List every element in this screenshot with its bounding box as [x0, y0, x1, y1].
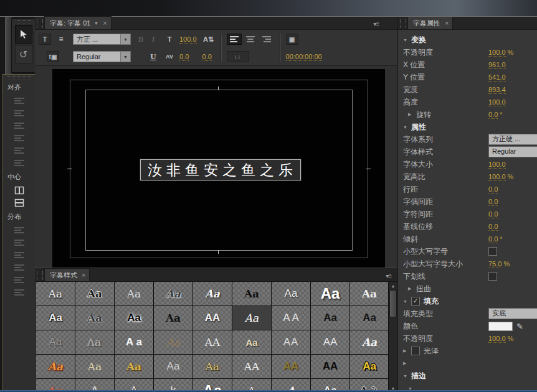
- property-dropdown[interactable]: Regular: [488, 146, 537, 157]
- align-vertical-bottom-icon[interactable]: [11, 158, 27, 168]
- property-value[interactable]: 0.0: [488, 185, 498, 194]
- expand-arrow-icon[interactable]: ▶: [403, 348, 411, 353]
- distribute-horizontal-right-icon[interactable]: [11, 275, 27, 285]
- align-horizontal-right-icon[interactable]: [11, 146, 27, 156]
- close-icon[interactable]: ×: [445, 21, 449, 26]
- templates-icon[interactable]: t▣: [47, 51, 59, 62]
- align-horizontal-center-icon[interactable]: [11, 121, 27, 131]
- font-size-value[interactable]: 100.0: [179, 35, 197, 44]
- align-right-button[interactable]: [259, 34, 274, 45]
- style-swatch[interactable]: Aa: [115, 355, 153, 378]
- leading-value[interactable]: 0.0: [202, 53, 212, 61]
- align-center-button[interactable]: [243, 34, 258, 45]
- style-swatch[interactable]: Aa: [311, 306, 349, 330]
- property-value[interactable]: 100.0: [488, 161, 506, 169]
- rotation-tool-button[interactable]: ↺: [15, 45, 32, 63]
- checkbox[interactable]: [488, 272, 497, 281]
- style-swatch[interactable]: Aa: [154, 282, 192, 306]
- collapse-arrow-icon[interactable]: ▼: [403, 125, 411, 129]
- expand-arrow-icon[interactable]: ▶: [408, 112, 416, 117]
- style-swatch[interactable]: Aa: [311, 282, 349, 306]
- property-value[interactable]: 100.0: [488, 98, 506, 106]
- font-style-select[interactable]: Regular ▼: [73, 51, 131, 62]
- style-swatch[interactable]: AA: [311, 355, 349, 378]
- property-value[interactable]: 893.4: [488, 86, 506, 94]
- font-family-select[interactable]: 方正 ... ▼: [73, 34, 131, 45]
- style-swatch[interactable]: Aa: [75, 330, 114, 354]
- property-value[interactable]: 75.0: [488, 260, 501, 268]
- style-swatch[interactable]: Aa: [350, 282, 388, 306]
- style-swatch[interactable]: A A: [272, 306, 310, 330]
- align-horizontal-left-icon[interactable]: [11, 96, 27, 106]
- eyedropper-icon[interactable]: ✎: [516, 322, 523, 331]
- style-swatch[interactable]: Aa: [193, 282, 232, 306]
- property-value[interactable]: 0.0: [488, 223, 498, 231]
- style-swatch[interactable]: Aa: [350, 330, 388, 354]
- tab-title-properties[interactable]: 字幕属性 ×: [407, 17, 453, 29]
- style-swatch[interactable]: Aa: [232, 306, 271, 330]
- distribute-vertical-top-icon[interactable]: [11, 238, 27, 248]
- roll-crawl-options-icon[interactable]: ≡: [55, 34, 67, 45]
- style-swatch[interactable]: Aa: [115, 282, 153, 306]
- style-swatch[interactable]: Aa: [154, 330, 192, 354]
- style-swatch[interactable]: AA: [193, 330, 232, 354]
- property-value[interactable]: 0.0: [488, 111, 498, 119]
- property-value[interactable]: 100.0: [488, 173, 506, 181]
- tab-title-editor[interactable]: 字幕: 字幕 01 ▼ ×: [44, 16, 112, 29]
- style-swatch[interactable]: Aa: [36, 355, 75, 378]
- center-vertical-icon[interactable]: [11, 198, 27, 208]
- checkbox[interactable]: ✓: [411, 297, 420, 306]
- collapse-arrow-icon[interactable]: ▼: [403, 374, 411, 378]
- style-swatch[interactable]: AA: [272, 355, 310, 378]
- align-left-button[interactable]: [227, 34, 242, 45]
- style-swatch[interactable]: Aa: [154, 306, 192, 330]
- style-swatch[interactable]: Aa: [36, 306, 75, 330]
- style-swatch[interactable]: Aa: [115, 306, 153, 330]
- style-swatch[interactable]: Aa: [75, 355, 114, 378]
- background-video-timecode[interactable]: 00:00:00:00: [286, 53, 322, 61]
- style-swatch[interactable]: Aa: [350, 355, 388, 378]
- style-swatch[interactable]: Aa: [36, 282, 75, 306]
- title-text-object[interactable]: 汝非鱼安之鱼之乐: [140, 159, 301, 180]
- panel-menu-icon[interactable]: ▾≡: [386, 273, 391, 281]
- collapse-arrow-icon[interactable]: ▼: [403, 38, 411, 42]
- property-value[interactable]: 0.0: [488, 198, 498, 206]
- checkbox[interactable]: [488, 247, 497, 256]
- underline-button[interactable]: U: [149, 52, 158, 62]
- scrollbar-thumb[interactable]: [389, 290, 397, 317]
- property-dropdown[interactable]: 方正硬 ...: [488, 134, 537, 145]
- property-value[interactable]: 100.0: [488, 49, 506, 57]
- close-icon[interactable]: ×: [103, 21, 107, 26]
- tab-stops-icon[interactable]: ↓↓: [227, 51, 249, 62]
- property-value[interactable]: 541.0: [488, 73, 506, 82]
- expand-arrow-icon[interactable]: ▶: [403, 361, 411, 366]
- distribute-vertical-bottom-icon[interactable]: [11, 287, 27, 297]
- property-dropdown[interactable]: 实底: [488, 308, 537, 319]
- panel-menu-icon[interactable]: ▾≡: [373, 21, 379, 29]
- title-canvas[interactable]: 汝非鱼安之鱼之乐: [52, 69, 385, 268]
- distribute-vertical-center-icon[interactable]: [11, 263, 27, 273]
- bold-button[interactable]: B: [136, 34, 145, 44]
- style-swatch[interactable]: AA: [272, 330, 310, 354]
- styles-scrollbar[interactable]: ▲ ▼: [388, 282, 397, 392]
- style-swatch[interactable]: Aa: [232, 330, 271, 354]
- style-swatch[interactable]: Aa: [232, 282, 271, 306]
- style-swatch[interactable]: Aa: [272, 282, 310, 306]
- style-swatch[interactable]: AA: [311, 330, 349, 354]
- scroll-up-icon[interactable]: ▲: [391, 282, 396, 290]
- kerning-value[interactable]: 0.0: [179, 53, 189, 61]
- show-background-video-icon[interactable]: ▣: [286, 34, 298, 45]
- expand-arrow-icon[interactable]: ▶: [408, 286, 416, 291]
- align-vertical-center-icon[interactable]: [11, 133, 27, 143]
- style-swatch[interactable]: Aa: [350, 306, 388, 330]
- style-swatch[interactable]: AA: [232, 355, 271, 378]
- distribute-horizontal-left-icon[interactable]: [11, 225, 27, 235]
- close-icon[interactable]: ×: [82, 273, 85, 278]
- center-horizontal-icon[interactable]: [11, 185, 27, 195]
- style-swatch[interactable]: Aa: [75, 282, 114, 306]
- property-value[interactable]: 0.0: [488, 235, 498, 243]
- tab-title-styles[interactable]: 字幕样式 ×: [44, 268, 90, 281]
- checkbox[interactable]: [411, 347, 420, 355]
- italic-button[interactable]: I: [149, 34, 158, 44]
- style-swatch[interactable]: AA: [193, 306, 232, 330]
